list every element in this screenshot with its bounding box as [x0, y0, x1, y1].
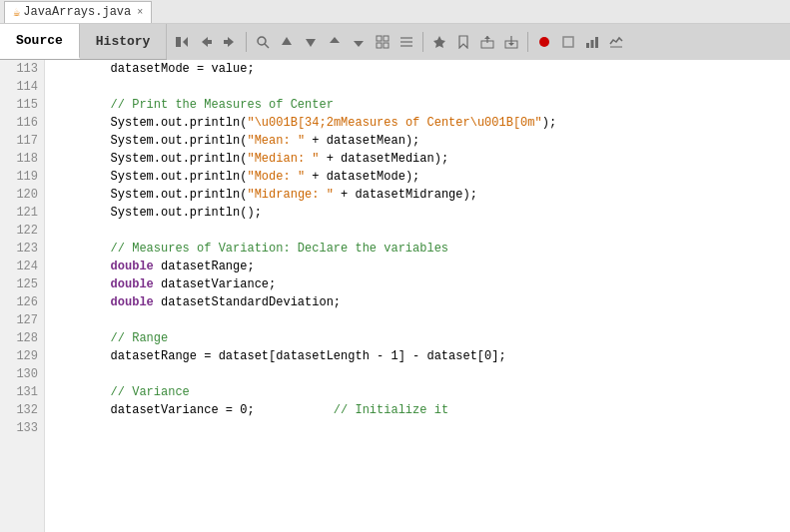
line-number: 114: [0, 78, 44, 96]
toolbar: [167, 24, 790, 60]
line-number: 113: [0, 60, 44, 78]
toolbar-btn-up[interactable]: [324, 31, 346, 53]
code-line: System.out.println();: [53, 204, 790, 222]
code-line: [53, 365, 790, 383]
line-number: 126: [0, 293, 44, 311]
close-tab-button[interactable]: ×: [137, 7, 143, 18]
svg-rect-13: [384, 36, 389, 41]
line-number: 117: [0, 132, 44, 150]
svg-rect-0: [176, 37, 181, 47]
svg-marker-10: [330, 37, 340, 43]
line-number: 119: [0, 168, 44, 186]
toolbar-btn-next-ann[interactable]: [300, 31, 322, 53]
line-number: 118: [0, 150, 44, 168]
code-line: // Measures of Variation: Declare the va…: [53, 240, 790, 258]
code-line: double datasetStandardDeviation;: [53, 293, 790, 311]
code-line: datasetVariance = 0; // Initialize it: [53, 401, 790, 419]
toolbar-btn-open-type[interactable]: [252, 31, 274, 53]
svg-marker-26: [508, 43, 514, 46]
svg-marker-11: [354, 41, 364, 47]
toolbar-btn-stop[interactable]: [533, 31, 555, 53]
code-line: // Range: [53, 329, 790, 347]
svg-rect-14: [377, 43, 382, 48]
line-number: 120: [0, 186, 44, 204]
code-area: 1131141151161171181191201211221231241251…: [0, 60, 790, 532]
svg-rect-30: [591, 40, 594, 48]
svg-point-6: [258, 37, 266, 45]
svg-rect-12: [377, 36, 382, 41]
toolbar-btn-grid[interactable]: [372, 31, 394, 53]
svg-marker-4: [228, 37, 234, 47]
toolbar-btn-export[interactable]: [476, 31, 498, 53]
tab-history[interactable]: History: [80, 24, 168, 59]
svg-marker-2: [202, 37, 208, 47]
toolbar-btn-prev-ann[interactable]: [276, 31, 298, 53]
toolbar-btn-back[interactable]: [195, 31, 217, 53]
line-number: 129: [0, 347, 44, 365]
java-icon: ☕: [13, 5, 20, 20]
tab-source[interactable]: Source: [0, 24, 80, 59]
line-number: 127: [0, 311, 44, 329]
toolbar-btn-chart2[interactable]: [605, 31, 627, 53]
toolbar-btn-last-edit[interactable]: [171, 31, 193, 53]
line-number: 128: [0, 329, 44, 347]
line-number: 115: [0, 96, 44, 114]
svg-rect-28: [563, 37, 573, 47]
line-number: 125: [0, 275, 44, 293]
tab-toolbar-row: Source History: [0, 24, 790, 60]
svg-line-7: [265, 44, 269, 48]
line-number: 131: [0, 383, 44, 401]
toolbar-btn-chart[interactable]: [581, 31, 603, 53]
toolbar-sep-2: [422, 32, 423, 52]
file-tab-label: JavaArrays.java: [23, 5, 131, 19]
toolbar-btn-list[interactable]: [395, 31, 417, 53]
line-number: 133: [0, 419, 44, 437]
svg-marker-20: [459, 36, 467, 48]
code-line: [53, 222, 790, 240]
code-line: System.out.println("Mean: " + datasetMea…: [53, 132, 790, 150]
code-line: System.out.println("\u001B[34;2mMeasures…: [53, 114, 790, 132]
toolbar-btn-bookmark[interactable]: [452, 31, 474, 53]
line-number: 116: [0, 114, 44, 132]
line-number: 132: [0, 401, 44, 419]
svg-marker-1: [183, 37, 188, 47]
line-number: 121: [0, 204, 44, 222]
code-line: double datasetRange;: [53, 258, 790, 275]
svg-marker-19: [433, 36, 445, 48]
svg-rect-5: [224, 40, 228, 44]
code-line: // Print the Measures of Center: [53, 96, 790, 114]
toolbar-btn-square[interactable]: [557, 31, 579, 53]
code-line: System.out.println("Midrange: " + datase…: [53, 186, 790, 204]
toolbar-sep-3: [527, 32, 528, 52]
svg-rect-29: [586, 43, 589, 48]
code-line: [53, 78, 790, 96]
line-numbers: 1131141151161171181191201211221231241251…: [0, 60, 45, 532]
line-number: 123: [0, 240, 44, 258]
code-line: datasetRange = dataset[datasetLength - 1…: [53, 347, 790, 365]
svg-rect-3: [208, 40, 212, 44]
svg-marker-9: [306, 39, 316, 47]
svg-marker-8: [282, 37, 292, 45]
code-content[interactable]: datasetMode = value; // Print the Measur…: [45, 60, 790, 532]
toolbar-btn-forward[interactable]: [219, 31, 241, 53]
svg-point-27: [539, 37, 549, 47]
line-number: 130: [0, 365, 44, 383]
file-tab[interactable]: ☕ JavaArrays.java ×: [4, 1, 152, 23]
code-line: [53, 419, 790, 437]
svg-marker-23: [484, 36, 490, 39]
line-number: 122: [0, 222, 44, 240]
toolbar-btn-import[interactable]: [500, 31, 522, 53]
toolbar-btn-down[interactable]: [348, 31, 370, 53]
code-line: // Variance: [53, 383, 790, 401]
code-line: System.out.println("Median: " + datasetM…: [53, 150, 790, 168]
code-line: System.out.println("Mode: " + datasetMod…: [53, 168, 790, 186]
svg-rect-31: [595, 37, 598, 48]
code-line: [53, 311, 790, 329]
code-line: datasetMode = value;: [53, 60, 790, 78]
code-line: double datasetVariance;: [53, 275, 790, 293]
toolbar-sep-1: [246, 32, 247, 52]
title-bar: ☕ JavaArrays.java ×: [0, 0, 790, 24]
line-number: 124: [0, 258, 44, 275]
svg-rect-15: [384, 43, 389, 48]
toolbar-btn-pin[interactable]: [428, 31, 450, 53]
